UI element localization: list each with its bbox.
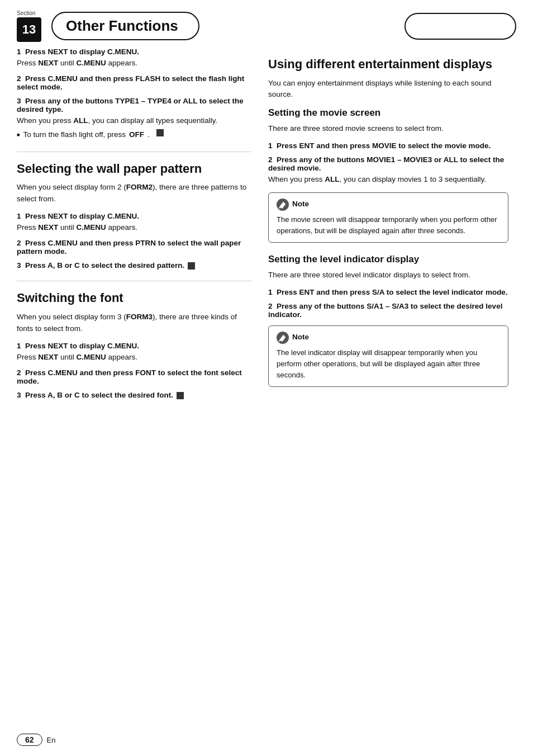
flash-step-1: 1 Press NEXT to display C.MENU. Press NE… [17,48,251,69]
wall-step-1-heading: 1 Press NEXT to display C.MENU. [17,212,251,220]
font-step-1-heading: 1 Press NEXT to display C.MENU. [17,342,251,350]
page-header: Section 13 Other Functions [0,0,533,42]
movie-step-2: 2 Press any of the buttons MOVIE1 – MOVI… [268,155,508,185]
page: Section 13 Other Functions 1 Press NEXT … [0,0,533,756]
movie-note-header: Note [277,199,500,211]
header-right-pill [404,13,516,40]
note-icon-2 [277,332,289,344]
entertainment-intro: You can enjoy entertainment displays whi… [268,78,508,101]
wall-step-3: 3 Press A, B or C to select the desired … [17,261,251,270]
right-column: Using different entertainment displays Y… [268,48,508,410]
divider-2 [17,281,251,281]
header-title-pill: Other Functions [51,12,199,40]
flash-step-1-heading: 1 Press NEXT to display C.MENU. [17,48,251,56]
movie-step-2-text: When you press ALL, you can display movi… [268,174,508,185]
font-step-3: 3 Press A, B or C to select the desired … [17,391,251,399]
level-indicator-intro: There are three stored level indicator d… [268,270,508,281]
level-indicator-section: Setting the level indicator display Ther… [268,254,508,387]
divider-1 [17,152,251,152]
font-step-1: 1 Press NEXT to display C.MENU. Press NE… [17,342,251,363]
footer-lang: En [47,736,56,744]
left-column: 1 Press NEXT to display C.MENU. Press NE… [17,48,251,410]
flash-step-3-heading: 3 Press any of the buttons TYPE1 – TYPE4… [17,97,251,114]
level-note-label: Note [292,332,309,343]
movie-intro: There are three stored movie screens to … [268,123,508,135]
level-step-2-heading: 2 Press any of the buttons S/A1 – S/A3 t… [268,302,508,319]
wall-paper-intro: When you select display form 2 (FORM2), … [17,182,251,205]
level-step-1-heading: 1 Press ENT and then press S/A to select… [268,288,508,296]
wall-step-1-text: Press NEXT until C.MENU appears. [17,222,251,233]
movie-step-1: 1 Press ENT and then press MOVIE to sele… [268,141,508,150]
level-step-1: 1 Press ENT and then press S/A to select… [268,288,508,296]
flash-step-3: 3 Press any of the buttons TYPE1 – TYPE4… [17,97,251,140]
movie-section: Setting the movie screen There are three… [268,107,508,242]
movie-note-box: Note The movie screen will disappear tem… [268,192,508,243]
movie-step-1-heading: 1 Press ENT and then press MOVIE to sele… [268,141,508,150]
section-number: 13 [17,17,41,42]
wall-paper-title: Selecting the wall paper pattern [17,161,251,177]
font-step-3-heading: 3 Press A, B or C to select the desired … [17,391,251,399]
page-number: 62 [17,734,42,746]
movie-note-label: Note [292,199,309,210]
movie-note-text: The movie screen will disappear temporar… [277,214,500,237]
level-note-header: Note [277,332,500,344]
movie-step-2-heading: 2 Press any of the buttons MOVIE1 – MOVI… [268,155,508,172]
wall-paper-section: Selecting the wall paper pattern When yo… [17,161,251,270]
wall-step-3-heading: 3 Press A, B or C to select the desired … [17,261,251,270]
note-icon-1 [277,199,289,211]
footer: 62 En [17,734,55,746]
font-step-1-text: Press NEXT until C.MENU appears. [17,352,251,363]
flash-section: 1 Press NEXT to display C.MENU. Press NE… [17,48,251,140]
stop-icon-2 [188,262,195,270]
content-area: 1 Press NEXT to display C.MENU. Press NE… [0,42,533,422]
wall-step-2-heading: 2 Press C.MENU and then press PTRN to se… [17,239,251,256]
flash-step-2: 2 Press C.MENU and then press FLASH to s… [17,74,251,91]
font-step-2-heading: 2 Press C.MENU and then press FONT to se… [17,368,251,385]
flash-step-1-text: Press NEXT until C.MENU appears. [17,58,251,69]
font-title: Switching the font [17,290,251,306]
pencil-icon [279,201,287,209]
level-step-2: 2 Press any of the buttons S/A1 – S/A3 t… [268,302,508,319]
level-note-box: Note The level indicator display will di… [268,325,508,387]
entertainment-title: Using different entertainment displays [268,56,508,72]
wall-step-2: 2 Press C.MENU and then press PTRN to se… [17,239,251,256]
movie-subtitle: Setting the movie screen [268,107,508,119]
font-intro: When you select display form 3 (FORM3), … [17,311,251,335]
section-label: Section [17,10,35,16]
section-badge: Section 13 [17,10,41,42]
font-section: Switching the font When you select displ… [17,290,251,399]
level-note-text: The level indicator display will disappe… [277,347,500,381]
pencil-icon-2 [279,334,287,342]
entertainment-section: Using different entertainment displays Y… [268,56,508,387]
flash-step-2-heading: 2 Press C.MENU and then press FLASH to s… [17,74,251,91]
level-indicator-subtitle: Setting the level indicator display [268,254,508,265]
stop-icon [156,129,164,136]
flash-step-3-text: When you press ALL, you can display all … [17,115,251,126]
page-title: Other Functions [66,17,178,35]
flash-bullet: To turn the flash light off, press OFF. [17,129,251,140]
font-step-2: 2 Press C.MENU and then press FONT to se… [17,368,251,385]
wall-step-1: 1 Press NEXT to display C.MENU. Press NE… [17,212,251,233]
stop-icon-3 [177,392,184,399]
